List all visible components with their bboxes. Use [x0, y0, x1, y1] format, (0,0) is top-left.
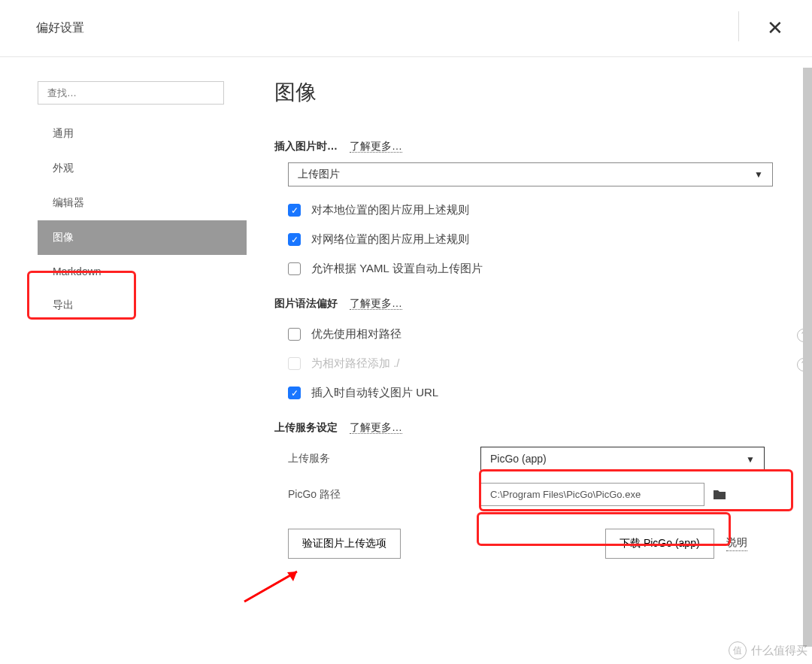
insert-learn-more-link[interactable]: 了解更多… [350, 140, 402, 153]
search-input[interactable] [38, 81, 224, 105]
close-icon: ✕ [767, 17, 783, 39]
check-label: 插入时自动转义图片 URL [311, 386, 438, 400]
insert-section: 插入图片时… 了解更多… 上传图片 ▼ ✓ 对本地位置的图片应用上述规则 ✓ 对… [274, 140, 804, 276]
sidebar: 通用 外观 编辑器 图像 Markdown 导出 [0, 57, 244, 664]
verify-upload-button[interactable]: 验证图片上传选项 [288, 529, 401, 559]
sidebar-item-general[interactable]: 通用 [38, 117, 247, 151]
insert-action-select[interactable]: 上传图片 ▼ [288, 162, 773, 186]
window-title: 偏好设置 [36, 20, 84, 36]
divider [738, 11, 739, 41]
main-panel: 图像 插入图片时… 了解更多… 上传图片 ▼ ✓ 对本地位置的图片应用上述规则 … [244, 57, 812, 664]
picgo-path-input[interactable] [480, 483, 704, 506]
syntax-section: 图片语法偏好 了解更多… 优先使用相对路径 ? 为相对路径添加 ./ ? ✓ 插… [274, 297, 804, 400]
check-label: 对本地位置的图片应用上述规则 [311, 203, 469, 217]
path-label: PicGo 路径 [288, 488, 480, 502]
sidebar-item-export[interactable]: 导出 [38, 288, 247, 323]
upload-label: 上传服务设定 [274, 421, 338, 435]
check-label: 对网络位置的图片应用上述规则 [311, 232, 469, 247]
check-add-dotslash: 为相对路径添加 ./ ? [288, 356, 804, 371]
checkbox-icon [288, 357, 301, 370]
checkbox-icon [288, 262, 301, 275]
check-network-rule[interactable]: ✓ 对网络位置的图片应用上述规则 [288, 232, 804, 247]
check-escape-url[interactable]: ✓ 插入时自动转义图片 URL [288, 386, 804, 400]
check-label: 优先使用相对路径 [311, 327, 401, 341]
close-button[interactable]: ✕ [759, 14, 791, 43]
chevron-down-icon: ▼ [754, 169, 763, 180]
checkbox-icon: ✓ [288, 204, 301, 217]
checkbox-icon: ✓ [288, 233, 301, 246]
chevron-down-icon: ▼ [746, 454, 755, 465]
titlebar: 偏好设置 ✕ [0, 0, 812, 57]
select-value: 上传图片 [298, 168, 340, 180]
sidebar-item-image[interactable]: 图像 [38, 220, 247, 255]
path-row: PicGo 路径 [288, 483, 804, 506]
uploader-row: 上传服务 PicGo (app) ▼ [288, 447, 804, 471]
uploader-label: 上传服务 [288, 452, 480, 465]
upload-section: 上传服务设定 了解更多… 上传服务 PicGo (app) ▼ PicGo 路径… [274, 421, 804, 559]
download-picgo-button[interactable]: 下载 PicGo (app) [605, 529, 714, 559]
select-value: PicGo (app) [490, 453, 547, 465]
body: 通用 外观 编辑器 图像 Markdown 导出 图像 插入图片时… 了解更多…… [0, 57, 812, 664]
scrollbar[interactable] [803, 68, 812, 647]
folder-icon[interactable] [712, 489, 727, 501]
button-row: 验证图片上传选项 下载 PicGo (app) 说明 [288, 529, 804, 559]
syntax-label: 图片语法偏好 [274, 297, 338, 311]
sidebar-item-editor[interactable]: 编辑器 [38, 186, 247, 220]
sidebar-item-appearance[interactable]: 外观 [38, 151, 247, 186]
sidebar-item-markdown[interactable]: Markdown [38, 255, 247, 288]
insert-label: 插入图片时… [274, 140, 338, 153]
description-link[interactable]: 说明 [726, 536, 747, 551]
check-local-rule[interactable]: ✓ 对本地位置的图片应用上述规则 [288, 203, 804, 217]
check-label: 允许根据 YAML 设置自动上传图片 [311, 262, 483, 276]
syntax-learn-more-link[interactable]: 了解更多… [350, 297, 402, 310]
check-relative-path[interactable]: 优先使用相对路径 ? [288, 327, 804, 341]
upload-learn-more-link[interactable]: 了解更多… [350, 421, 402, 434]
uploader-select[interactable]: PicGo (app) ▼ [480, 447, 765, 471]
page-title: 图像 [274, 78, 804, 107]
checkbox-icon: ✓ [288, 387, 301, 399]
check-label: 为相对路径添加 ./ [311, 356, 400, 371]
check-yaml-rule[interactable]: 允许根据 YAML 设置自动上传图片 [288, 262, 804, 276]
checkbox-icon [288, 328, 301, 341]
